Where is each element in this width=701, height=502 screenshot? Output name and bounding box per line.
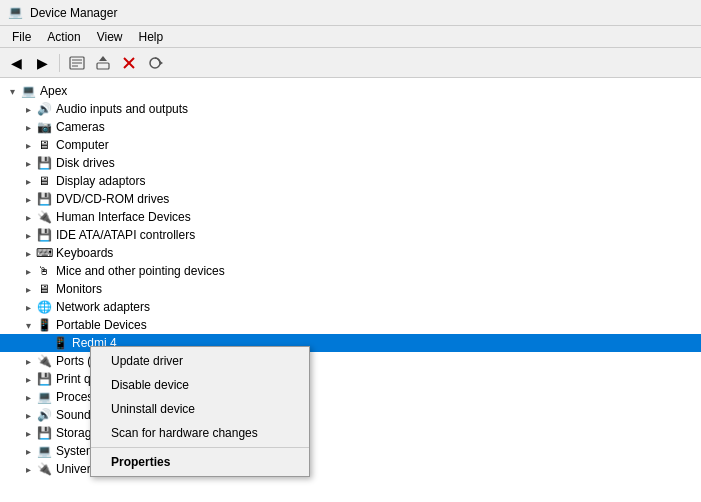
update-driver-icon [95,55,111,71]
scan-icon [147,55,163,71]
context-menu-item-uninstall-device[interactable]: Uninstall device [91,397,309,421]
tree-item-portable[interactable]: 📱Portable Devices [0,316,701,334]
expand-arrow-processors[interactable] [20,389,36,405]
tree-label-mice: Mice and other pointing devices [56,264,225,278]
expand-arrow-usb[interactable] [20,461,36,477]
expand-arrow-printers[interactable] [20,371,36,387]
tree-icon-dvdrom: 💾 [36,191,52,207]
expand-arrow-mice[interactable] [20,263,36,279]
svg-rect-4 [97,63,109,69]
context-menu-item-scan-hardware[interactable]: Scan for hardware changes [91,421,309,445]
uninstall-icon [121,55,137,71]
toolbar-back[interactable]: ◀ [4,52,28,74]
menu-help[interactable]: Help [131,28,172,46]
expand-arrow-ide[interactable] [20,227,36,243]
expand-arrow-network[interactable] [20,299,36,315]
tree-icon-audio: 🔊 [36,101,52,117]
expand-arrow-displayadaptors[interactable] [20,173,36,189]
tree-item-network[interactable]: 🌐Network adapters [0,298,701,316]
tree-icon-cameras: 📷 [36,119,52,135]
tree-item-monitors[interactable]: 🖥Monitors [0,280,701,298]
toolbar-sep1 [59,54,60,72]
expand-arrow-sound[interactable] [20,407,36,423]
expand-arrow-keyboards[interactable] [20,245,36,261]
tree-label-audio: Audio inputs and outputs [56,102,188,116]
tree-icon-computer: 🖥 [36,137,52,153]
menu-action[interactable]: Action [39,28,88,46]
tree-item-dvdrom[interactable]: 💾DVD/CD-ROM drives [0,190,701,208]
toolbar-update-driver[interactable] [91,52,115,74]
tree-icon-storage: 💾 [36,425,52,441]
toolbar-uninstall[interactable] [117,52,141,74]
expand-arrow-cameras[interactable] [20,119,36,135]
tree-item-computer[interactable]: 🖥Computer [0,136,701,154]
main-content: 💻Apex🔊Audio inputs and outputs📷Cameras🖥C… [0,78,701,502]
tree-icon-ports: 🔌 [36,353,52,369]
menu-file[interactable]: File [4,28,39,46]
tree-label-apex: Apex [40,84,67,98]
title-bar-icon: 💻 [8,5,24,21]
tree-label-displayadaptors: Display adaptors [56,174,145,188]
tree-label-portable: Portable Devices [56,318,147,332]
expand-arrow-ports[interactable] [20,353,36,369]
tree-item-hid[interactable]: 🔌Human Interface Devices [0,208,701,226]
tree-icon-sound: 🔊 [36,407,52,423]
tree-icon-mice: 🖱 [36,263,52,279]
expand-arrow-storage[interactable] [20,425,36,441]
toolbar-forward[interactable]: ▶ [30,52,54,74]
menu-view[interactable]: View [89,28,131,46]
context-menu-item-update-driver[interactable]: Update driver [91,349,309,373]
tree-icon-usb: 🔌 [36,461,52,477]
context-menu: Update driverDisable deviceUninstall dev… [90,346,310,477]
expand-arrow-hid[interactable] [20,209,36,225]
expand-arrow-apex[interactable] [4,83,20,99]
tree-item-cameras[interactable]: 📷Cameras [0,118,701,136]
expand-arrow-audio[interactable] [20,101,36,117]
tree-icon-ide: 💾 [36,227,52,243]
tree-icon-diskdrives: 💾 [36,155,52,171]
tree-icon-system: 💻 [36,443,52,459]
tree-item-keyboards[interactable]: ⌨Keyboards [0,244,701,262]
context-menu-sep-4 [91,447,309,448]
title-bar: 💻 Device Manager [0,0,701,26]
expand-arrow-computer[interactable] [20,137,36,153]
tree-label-hid: Human Interface Devices [56,210,191,224]
toolbar-properties-btn[interactable] [65,52,89,74]
tree-icon-displayadaptors: 🖥 [36,173,52,189]
expand-arrow-system[interactable] [20,443,36,459]
tree-item-ide[interactable]: 💾IDE ATA/ATAPI controllers [0,226,701,244]
tree-icon-monitors: 🖥 [36,281,52,297]
tree-icon-keyboards: ⌨ [36,245,52,261]
title-bar-text: Device Manager [30,6,117,20]
tree-icon-apex: 💻 [20,83,36,99]
tree-label-ide: IDE ATA/ATAPI controllers [56,228,195,242]
expand-arrow-monitors[interactable] [20,281,36,297]
toolbar: ◀ ▶ [0,48,701,78]
svg-marker-5 [99,56,107,61]
tree-icon-network: 🌐 [36,299,52,315]
svg-marker-9 [160,61,163,65]
properties-icon [69,55,85,71]
tree-label-network: Network adapters [56,300,150,314]
expand-arrow-dvdrom[interactable] [20,191,36,207]
tree-label-keyboards: Keyboards [56,246,113,260]
tree-label-dvdrom: DVD/CD-ROM drives [56,192,169,206]
context-menu-item-disable-device[interactable]: Disable device [91,373,309,397]
expand-arrow-diskdrives[interactable] [20,155,36,171]
tree-icon-processors: 💻 [36,389,52,405]
tree-item-diskdrives[interactable]: 💾Disk drives [0,154,701,172]
toolbar-scan[interactable] [143,52,167,74]
tree-item-apex[interactable]: 💻Apex [0,82,701,100]
menu-bar: File Action View Help [0,26,701,48]
tree-label-monitors: Monitors [56,282,102,296]
context-menu-item-properties[interactable]: Properties [91,450,309,474]
tree-label-cameras: Cameras [56,120,105,134]
tree-icon-portable: 📱 [36,317,52,333]
tree-item-audio[interactable]: 🔊Audio inputs and outputs [0,100,701,118]
tree-label-diskdrives: Disk drives [56,156,115,170]
tree-item-displayadaptors[interactable]: 🖥Display adaptors [0,172,701,190]
tree-icon-printers: 💾 [36,371,52,387]
tree-icon-redmi4: 📱 [52,335,68,351]
tree-item-mice[interactable]: 🖱Mice and other pointing devices [0,262,701,280]
expand-arrow-portable[interactable] [20,317,36,333]
